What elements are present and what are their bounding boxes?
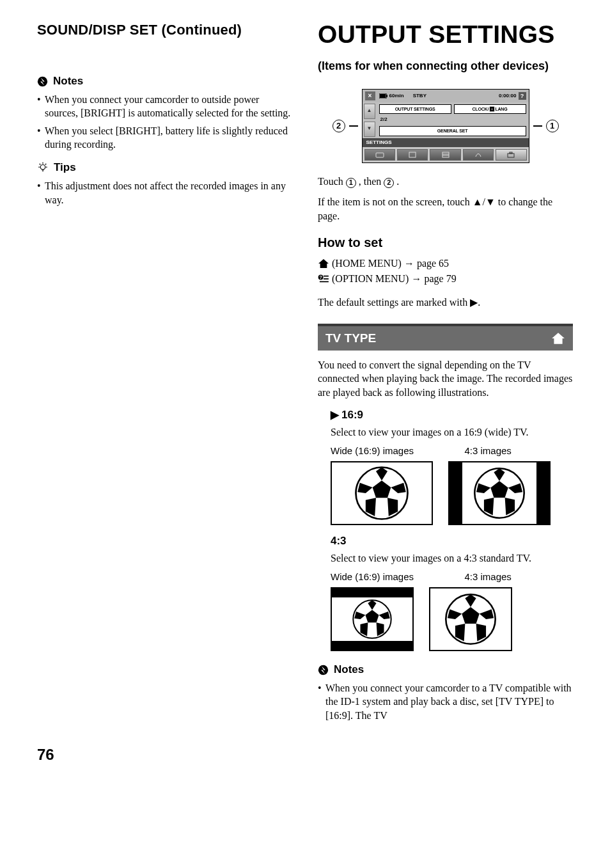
lcd-page-arrows: ▲ ▼ — [363, 102, 377, 138]
lcd-nav-toolbox[interactable] — [496, 149, 526, 161]
lcd-tab-output-settings[interactable]: OUTPUT SETTINGS — [379, 104, 451, 114]
home-menu-page: page 65 — [417, 256, 449, 271]
option-4-3-desc: Select to view your images on a 4:3 stan… — [331, 551, 573, 565]
tvtype-description: You need to convert the signal depending… — [318, 358, 573, 400]
option-menu-line: ? (OPTION MENU) → page 79 — [318, 272, 573, 286]
svg-rect-12 — [442, 152, 449, 157]
page-up-button[interactable]: ▲ — [364, 104, 375, 119]
page-number: 76 — [37, 745, 573, 765]
option-16-9-desc: Select to view your images on a 16:9 (wi… — [331, 425, 573, 439]
callout-2: 2 — [332, 120, 345, 132]
option-4-3-title: 4:3 — [331, 534, 573, 549]
timecode-text: 0:00:00 — [499, 93, 517, 100]
default-marker-icon: ▶ — [331, 408, 339, 423]
breadcrumb: SOUND/DISP SET (Continued) — [37, 20, 292, 40]
lcd-settings-label: SETTINGS — [363, 138, 529, 148]
notes-list: When you connect your camcorder to outsi… — [37, 93, 292, 152]
option-16-9-title: ▶ 16:9 — [331, 408, 573, 423]
timecode: 0:00:00 ? — [499, 92, 526, 100]
page-root: SOUND/DISP SET (Continued) Notes When yo… — [37, 18, 573, 727]
svg-rect-8 — [386, 95, 387, 97]
option-4-3: 4:3 Select to view your images on a 4:3 … — [331, 534, 573, 651]
notes2-heading: Notes — [318, 663, 573, 677]
col-label-43: 4:3 images — [465, 571, 574, 583]
tv-frame-43-on-43 — [429, 587, 512, 651]
note-item: When you connect your camcorder to outsi… — [37, 93, 292, 120]
tips-list: This adjustment does not affect the reco… — [37, 179, 292, 207]
option-menu-page: page 79 — [424, 272, 456, 286]
lcd-tab-clock-lang[interactable]: CLOCK/ 🅰 LANG — [454, 104, 526, 114]
text: . — [396, 176, 399, 187]
help-icon[interactable]: ? — [519, 92, 526, 100]
lcd-nav-1[interactable] — [364, 149, 395, 161]
touch-instruction-2: If the item is not on the screen, touch … — [318, 195, 573, 223]
inline-callout-1: 1 — [346, 178, 356, 188]
lcd-tab-general-set[interactable]: GENERAL SET — [379, 126, 526, 136]
svg-rect-11 — [409, 152, 416, 157]
svg-line-5 — [40, 164, 41, 165]
page-title: OUTPUT SETTINGS — [318, 18, 573, 52]
tips-icon — [37, 162, 49, 173]
pillarbox — [450, 462, 462, 524]
svg-point-0 — [38, 77, 47, 86]
page-subtitle: (Items for when connecting other devices… — [318, 58, 573, 74]
home-icon — [318, 258, 329, 269]
home-menu-line: (HOME MENU) → page 65 — [318, 256, 573, 271]
lcd-tabs: OUTPUT SETTINGS CLOCK/ 🅰 LANG 2/2 GENERA… — [377, 102, 529, 138]
soccer-ball-icon — [351, 598, 393, 640]
close-icon[interactable]: × — [365, 91, 375, 100]
option-menu-icon: ? — [318, 274, 329, 283]
lcd-body: ▲ ▼ OUTPUT SETTINGS CLOCK/ 🅰 LANG 2/2 GE… — [363, 102, 529, 138]
soccer-ball-icon — [472, 466, 527, 521]
notes2-list: When you connect your camcorder to a TV … — [318, 681, 573, 723]
callout-2-line — [349, 125, 358, 127]
how-to-set-heading: How to set — [318, 234, 573, 251]
touch-instruction-1: Touch 1 , then 2 . — [318, 175, 573, 189]
lcd-page-indicator: 2/2 — [379, 116, 526, 124]
letterbox — [332, 588, 412, 597]
notes-heading: Notes — [37, 74, 292, 89]
notes-icon — [37, 76, 48, 87]
inline-callout-2: 2 — [384, 178, 394, 188]
lcd-nav-4[interactable] — [463, 149, 494, 161]
option-16-9-label: 16:9 — [341, 408, 363, 423]
pillarbox — [536, 462, 549, 524]
page-down-button[interactable]: ▼ — [364, 122, 375, 137]
lcd-screenshot: × 60min STBY 0:00:00 ? ▲ ▼ — [362, 89, 529, 163]
soccer-ball-icon — [443, 592, 498, 647]
home-menu-text: (HOME MENU) — [332, 256, 402, 271]
svg-line-6 — [45, 164, 47, 165]
svg-point-50 — [318, 665, 328, 675]
svg-rect-10 — [376, 153, 384, 157]
text: Touch — [318, 176, 346, 187]
svg-rect-16 — [510, 152, 512, 154]
svg-rect-9 — [380, 94, 386, 98]
lcd-screenshot-wrap: 2 × 60min STBY 0:00:00 ? — [318, 89, 573, 163]
col-label-wide: Wide (16:9) images — [331, 571, 439, 583]
image-pair-16-9 — [331, 461, 573, 525]
image-pair-4-3 — [331, 587, 573, 651]
svg-point-1 — [40, 165, 45, 170]
lcd-nav-3[interactable] — [430, 149, 460, 161]
tvtype-label: TV TYPE — [325, 330, 376, 347]
tips-heading: Tips — [37, 161, 292, 175]
option-menu-text: (OPTION MENU) — [332, 272, 409, 286]
battery-indicator: 60min — [379, 93, 404, 100]
lcd-bottom-row — [363, 147, 529, 162]
image-column-labels: Wide (16:9) images 4:3 images — [331, 445, 573, 457]
lcd-nav-2[interactable] — [397, 149, 428, 161]
option-4-3-label: 4:3 — [331, 534, 347, 549]
tv-frame-wide-on-169 — [331, 461, 433, 525]
tv-frame-43-on-169 — [448, 461, 551, 525]
notes2-heading-text: Notes — [334, 663, 364, 677]
option-16-9: ▶ 16:9 Select to view your images on a 1… — [331, 408, 573, 525]
callout-1: 1 — [546, 120, 559, 132]
col-label-43: 4:3 images — [465, 445, 574, 457]
notes-icon — [318, 665, 329, 675]
note-item: When you connect your camcorder to a TV … — [318, 681, 573, 723]
tips-heading-text: Tips — [54, 161, 76, 175]
text: , then — [359, 176, 384, 187]
notes-heading-text: Notes — [53, 74, 83, 89]
callout-1-line — [533, 125, 542, 127]
tv-frame-wide-on-43 — [331, 587, 414, 651]
